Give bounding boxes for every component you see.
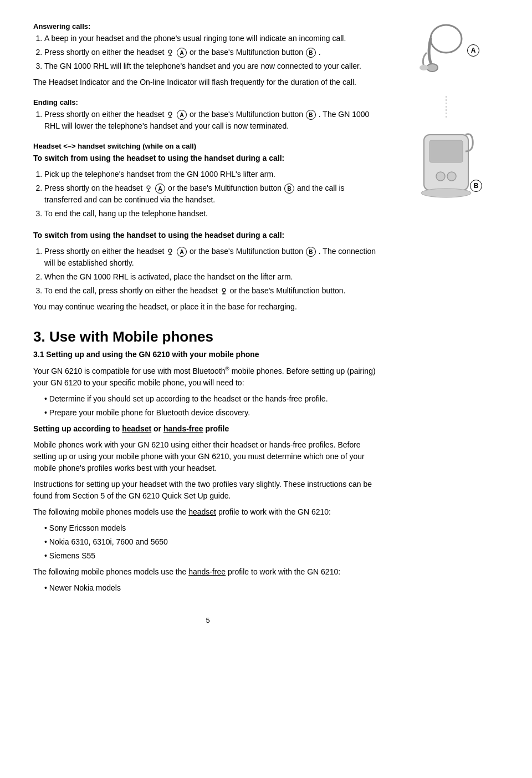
headset-underline: headset <box>122 424 151 433</box>
section-3-title: 3. Use with Mobile phones <box>33 328 382 345</box>
section-3-intro: Your GN 6210 is compatible for use with … <box>33 365 382 389</box>
circle-b-label: B <box>306 48 316 58</box>
handsfree-label: hands-free <box>188 567 226 576</box>
registered-mark: ® <box>226 365 229 372</box>
answering-calls-heading: Answering calls: <box>33 22 382 30</box>
headset-profile-list: Sony Ericsson models Nokia 6310, 6310i, … <box>44 522 382 562</box>
profile-text: Mobile phones work with your GN 6210 usi… <box>33 439 382 474</box>
headset-profile-intro: The following mobile phones models use t… <box>33 506 382 518</box>
handsfree-profile-list: Newer Nokia models <box>44 582 382 594</box>
answering-item-2: Press shortly on either the headset A or… <box>44 47 382 58</box>
svg-point-0 <box>168 50 172 53</box>
switch-to-handset-list: Pick up the telephone's handset from the… <box>44 169 382 220</box>
instructions-text: Instructions for setting up your headset… <box>33 479 382 502</box>
handsfree-profile-intro: The following mobile phones models use t… <box>33 566 382 578</box>
ending-item-1: Press shortly on either the headset A or… <box>44 109 382 132</box>
ending-calls-list: Press shortly on either the headset A or… <box>44 109 382 132</box>
bullet-1: Determine if you should set up according… <box>44 393 382 405</box>
switch-back-item-2: When the GN 1000 RHL is activated, place… <box>44 271 382 283</box>
headset-image <box>416 22 477 89</box>
switch-item-3: To end the call, hang up the telephone h… <box>44 208 382 220</box>
svg-point-23 <box>421 189 471 197</box>
switch-circle-b: B <box>284 184 294 194</box>
svg-point-22 <box>447 172 456 181</box>
headset-icon-4 <box>166 248 174 256</box>
headset-switching-section: Headset <–> handset switching (while on … <box>33 142 382 220</box>
answering-item-1: A beep in your headset and the phone's u… <box>44 33 382 44</box>
svg-point-17 <box>420 65 428 70</box>
handsfree-underline: hands-free <box>163 424 203 433</box>
section-3: 3. Use with Mobile phones 3.1 Setting up… <box>33 328 382 594</box>
switch-back-item-3: To end the call, press shortly on either… <box>44 285 382 297</box>
switch-back-heading: To switch from using the handset to usin… <box>33 230 382 241</box>
switch-back-list: Press shortly on either the headset A or… <box>44 246 382 297</box>
headset-switching-heading: Headset <–> handset switching (while on … <box>33 142 382 150</box>
svg-rect-20 <box>429 140 463 162</box>
svg-point-3 <box>168 112 172 115</box>
label-a: A <box>467 44 479 57</box>
headset-icon-2 <box>166 111 174 119</box>
headset-icon-5 <box>220 287 228 295</box>
back-circle-a: A <box>177 247 187 257</box>
main-text: Answering calls: A beep in your headset … <box>33 22 382 624</box>
page-layout: Answering calls: A beep in your headset … <box>33 22 499 624</box>
section-3-intro-bullets: Determine if you should set up according… <box>44 393 382 419</box>
back-circle-b: B <box>306 247 316 257</box>
svg-point-9 <box>168 249 172 252</box>
page-number: 5 <box>33 616 382 624</box>
label-b: B <box>470 180 482 192</box>
switch-back-item-1: Press shortly on either the headset A or… <box>44 246 382 269</box>
headset-bullet-1: Sony Ericsson models <box>44 522 382 534</box>
svg-point-21 <box>436 172 445 181</box>
bullet-2: Prepare your mobile phone for Bluetooth … <box>44 407 382 419</box>
switch-to-handset-heading: To switch from using the headset to usin… <box>33 152 382 164</box>
section-3-sub-heading: 3.1 Setting up and using the GN 6210 wit… <box>33 349 382 360</box>
switch-item-1: Pick up the telephone's handset from the… <box>44 169 382 180</box>
base-image-container: B <box>413 124 479 209</box>
svg-point-12 <box>222 288 226 292</box>
ending-circle-b: B <box>306 110 316 120</box>
headset-label: headset <box>188 507 216 516</box>
images-column: A B <box>393 22 499 624</box>
ending-circle-a: A <box>177 110 187 120</box>
switch-back-section: To switch from using the handset to usin… <box>33 230 382 313</box>
headset-icon-3 <box>145 185 152 192</box>
ending-calls-heading: Ending calls: <box>33 98 382 106</box>
switch-circle-a: A <box>155 184 165 194</box>
svg-point-15 <box>431 25 462 53</box>
headset-image-container: A <box>416 22 477 90</box>
headset-icon <box>166 49 174 57</box>
answering-item-3: The GN 1000 RHL will lift the telephone'… <box>44 60 382 72</box>
divider-line <box>446 96 447 118</box>
switch-item-2: Press shortly on the headset A or the ba… <box>44 182 382 206</box>
footer-note: You may continue wearing the headset, or… <box>33 301 382 313</box>
indicator-note: The Headset Indicator and the On-line In… <box>33 77 382 88</box>
profile-heading: Setting up according to headset or hands… <box>33 423 382 435</box>
headset-bullet-2: Nokia 6310, 6310i, 7600 and 5650 <box>44 536 382 548</box>
answering-calls-list: A beep in your headset and the phone's u… <box>44 33 382 72</box>
headset-bullet-3: Siemens S55 <box>44 550 382 562</box>
circle-a-label: A <box>177 48 187 58</box>
ending-calls-section: Ending calls: Press shortly on either th… <box>33 98 382 132</box>
handsfree-bullet-1: Newer Nokia models <box>44 582 382 594</box>
base-image <box>413 124 479 207</box>
svg-point-6 <box>147 186 150 189</box>
